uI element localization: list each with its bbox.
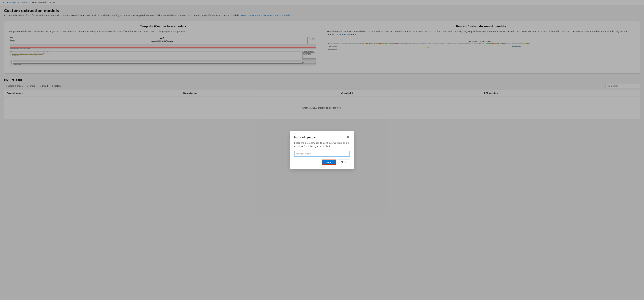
modal-description: Enter the project token to continue work… xyxy=(294,141,350,148)
modal-close-button[interactable]: × xyxy=(346,135,350,139)
modal-cancel-button[interactable]: Close xyxy=(337,159,350,165)
project-token-input[interactable]: <project-token> xyxy=(294,151,350,156)
modal-footer: Import Close xyxy=(294,159,350,165)
import-confirm-button[interactable]: Import xyxy=(322,159,336,165)
modal-header: Import project × xyxy=(294,135,350,139)
modal-title: Import project xyxy=(294,136,319,139)
import-modal: Import project × Enter the project token… xyxy=(290,131,354,169)
modal-overlay[interactable]: Import project × Enter the project token… xyxy=(0,0,644,300)
